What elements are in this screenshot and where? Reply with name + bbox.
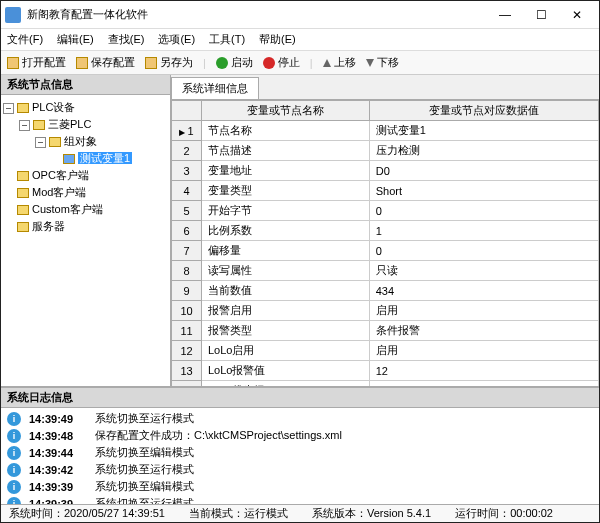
statusbar: 系统时间：2020/05/27 14:39:51 当前模式：运行模式 系统版本：… [1,504,599,522]
info-icon: i [7,480,21,494]
log-list[interactable]: i14:39:49系统切换至运行模式i14:39:48保存配置文件成功：C:\x… [1,408,599,504]
move-down-button[interactable]: 下移 [366,55,399,70]
status-version: 系统版本：Version 5.4.1 [312,506,431,521]
log-row[interactable]: i14:39:39系统切换至运行模式 [3,495,597,504]
log-panel: 系统日志信息 i14:39:49系统切换至运行模式i14:39:48保存配置文件… [1,386,599,504]
table-row[interactable]: 3变量地址D0 [172,161,599,181]
tree-mod[interactable]: Mod客户端 [3,184,168,201]
menu-help[interactable]: 帮助(E) [259,32,296,47]
play-icon [216,57,228,69]
titlebar: 新阁教育配置一体化软件 — ☐ ✕ [1,1,599,29]
tree-header: 系统节点信息 [1,75,170,95]
log-header: 系统日志信息 [1,388,599,408]
tree-var-selected[interactable]: 测试变量1 [3,150,168,167]
saveas-icon [145,57,157,69]
table-row[interactable]: 8读写属性只读 [172,261,599,281]
menu-tools[interactable]: 工具(T) [209,32,245,47]
detail-panel: 系统详细信息 变量或节点名称 变量或节点对应数据值 1节点名称测试变量12节点描… [171,75,599,386]
info-icon: i [7,412,21,426]
menu-file[interactable]: 文件(F) [7,32,43,47]
menu-options[interactable]: 选项(E) [158,32,195,47]
tree-group[interactable]: –组对象 [3,133,168,150]
table-row[interactable]: 7偏移量0 [172,241,599,261]
status-mode: 当前模式：运行模式 [189,506,288,521]
saveas-button[interactable]: 另存为 [145,55,193,70]
move-up-button[interactable]: 上移 [323,55,356,70]
table-row[interactable]: 10报警启用启用 [172,301,599,321]
start-button[interactable]: 启动 [216,55,253,70]
table-row[interactable]: 2节点描述压力检测 [172,141,599,161]
log-row[interactable]: i14:39:42系统切换至运行模式 [3,461,597,478]
save-icon [76,57,88,69]
table-row[interactable]: 13LoLo报警值12 [172,361,599,381]
tree-custom[interactable]: Custom客户端 [3,201,168,218]
table-row[interactable]: 4变量类型Short [172,181,599,201]
tabstrip: 系统详细信息 [171,75,599,100]
log-row[interactable]: i14:39:49系统切换至运行模式 [3,410,597,427]
tree-opc[interactable]: OPC客户端 [3,167,168,184]
down-icon [366,59,374,67]
tree-plc-root[interactable]: –PLC设备 [3,99,168,116]
stop-button[interactable]: 停止 [263,55,300,70]
table-row[interactable]: 5开始字节0 [172,201,599,221]
table-row[interactable]: 1节点名称测试变量1 [172,121,599,141]
log-row[interactable]: i14:39:48保存配置文件成功：C:\xktCMSProject\setti… [3,427,597,444]
menu-edit[interactable]: 编辑(E) [57,32,94,47]
table-row[interactable]: 9当前数值434 [172,281,599,301]
app-window: 新阁教育配置一体化软件 — ☐ ✕ 文件(F) 编辑(E) 查找(E) 选项(E… [0,0,600,523]
table-row[interactable]: 11报警类型条件报警 [172,321,599,341]
window-title: 新阁教育配置一体化软件 [27,7,487,22]
property-grid[interactable]: 变量或节点名称 变量或节点对应数据值 1节点名称测试变量12节点描述压力检测3变… [171,100,599,386]
col-value[interactable]: 变量或节点对应数据值 [369,101,598,121]
node-tree[interactable]: –PLC设备 –三菱PLC –组对象 测试变量1 OPC客户端 Mod客户端 C… [1,95,170,386]
open-config-button[interactable]: 打开配置 [7,55,66,70]
info-icon: i [7,497,21,505]
col-name[interactable]: 变量或节点名称 [202,101,370,121]
app-icon [5,7,21,23]
status-time: 系统时间：2020/05/27 14:39:51 [9,506,165,521]
log-row[interactable]: i14:39:44系统切换至编辑模式 [3,444,597,461]
status-runtime: 运行时间：00:00:02 [455,506,553,521]
info-icon: i [7,463,21,477]
menu-find[interactable]: 查找(E) [108,32,145,47]
maximize-button[interactable]: ☐ [523,3,559,27]
save-config-button[interactable]: 保存配置 [76,55,135,70]
log-row[interactable]: i14:39:39系统切换至编辑模式 [3,478,597,495]
tree-mitsubishi[interactable]: –三菱PLC [3,116,168,133]
tab-detail[interactable]: 系统详细信息 [171,77,259,99]
table-row[interactable]: 12LoLo启用启用 [172,341,599,361]
up-icon [323,59,331,67]
open-icon [7,57,19,69]
stop-icon [263,57,275,69]
minimize-button[interactable]: — [487,3,523,27]
tree-server[interactable]: 服务器 [3,218,168,235]
info-icon: i [7,429,21,443]
menubar: 文件(F) 编辑(E) 查找(E) 选项(E) 工具(T) 帮助(E) [1,29,599,51]
table-row[interactable]: 6比例系数1 [172,221,599,241]
tree-panel: 系统节点信息 –PLC设备 –三菱PLC –组对象 测试变量1 OPC客户端 M… [1,75,171,386]
close-button[interactable]: ✕ [559,3,595,27]
info-icon: i [7,446,21,460]
toolbar: 打开配置 保存配置 另存为 | 启动 停止 | 上移 下移 [1,51,599,75]
